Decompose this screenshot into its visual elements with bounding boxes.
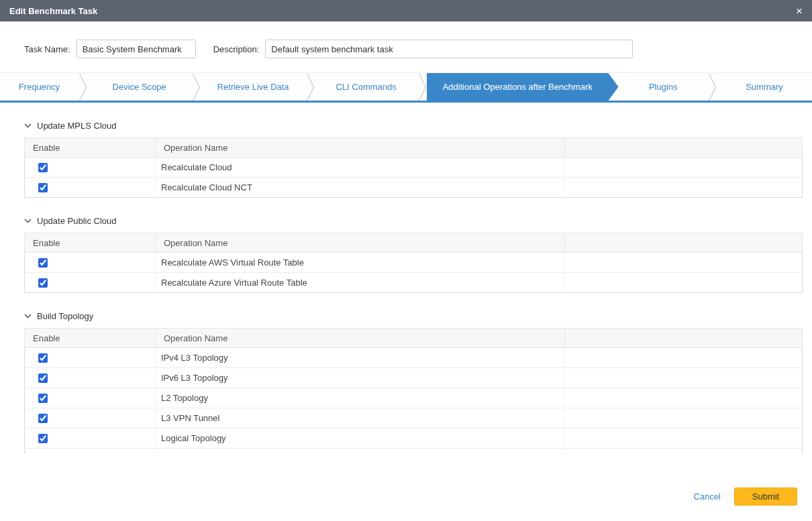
- tab-frequency[interactable]: Frequency: [0, 73, 79, 101]
- operation-name: Recalculate Cloud: [156, 158, 565, 178]
- column-header: Enable: [25, 138, 156, 158]
- enable-cell: [25, 178, 156, 198]
- column-header: Enable: [25, 329, 156, 348]
- operation-name: Recalculate Azure Virtual Route Table: [156, 273, 565, 293]
- tab-label: Device Scope: [113, 82, 166, 92]
- table-row: Recalculate Cloud: [25, 158, 803, 178]
- enable-cell: [25, 158, 156, 178]
- column-header: Operation Name: [156, 329, 565, 348]
- tab-label: CLI Commands: [336, 82, 396, 92]
- task-name-label: Task Name:: [24, 44, 70, 54]
- enable-checkbox[interactable]: [38, 163, 48, 172]
- section-header[interactable]: Build Topology: [24, 309, 803, 323]
- tab-retrieve-live-data[interactable]: Retrieve Live Data: [201, 73, 306, 101]
- section-title: Update MPLS Cloud: [37, 121, 117, 131]
- column-header: Operation Name: [156, 138, 565, 158]
- dialog-footer: Cancel Submit: [0, 454, 812, 521]
- tab-label: Retrieve Live Data: [217, 82, 289, 92]
- empty-cell: [565, 348, 803, 368]
- description-input[interactable]: [265, 40, 633, 58]
- section-title: Update Public Cloud: [37, 216, 117, 226]
- submit-button[interactable]: Submit: [734, 487, 797, 506]
- column-header: [565, 329, 803, 348]
- enable-cell: [25, 388, 156, 408]
- table-row: Logical Topology: [25, 428, 803, 449]
- task-form-row: Task Name: Description:: [0, 21, 812, 72]
- table-row: IPv6 L3 Topology: [25, 368, 803, 388]
- operations-table: EnableOperation NameIPv4 L3 TopologyIPv6…: [24, 328, 803, 454]
- tab-summary[interactable]: Summary: [717, 73, 812, 101]
- enable-checkbox[interactable]: [38, 373, 48, 383]
- operations-table: EnableOperation NameRecalculate AWS Virt…: [24, 233, 803, 293]
- empty-cell: [565, 158, 803, 178]
- empty-cell: [565, 408, 803, 428]
- column-header: Operation Name: [156, 233, 565, 253]
- tab-additional-operations-after-benchmark[interactable]: Additional Operations after Benchmark: [427, 73, 619, 101]
- chevron-down-icon: [24, 123, 32, 128]
- section-title: Build Topology: [37, 311, 93, 321]
- tab-label: Summary: [746, 82, 783, 92]
- tab-label: Plugins: [649, 82, 678, 92]
- table-row: L2 Overlay Topology: [25, 449, 803, 455]
- enable-cell: [25, 449, 156, 455]
- section-build-topology: Build TopologyEnableOperation NameIPv4 L…: [24, 309, 803, 454]
- empty-cell: [565, 178, 803, 198]
- table-row: IPv4 L3 Topology: [25, 348, 803, 368]
- tab-label: Additional Operations after Benchmark: [442, 82, 592, 92]
- operation-name: L2 Overlay Topology: [156, 449, 565, 455]
- operation-name: L2 Topology: [156, 388, 565, 408]
- enable-checkbox[interactable]: [38, 434, 48, 443]
- wizard-step-bar: FrequencyDevice ScopeRetrieve Live DataC…: [0, 72, 812, 103]
- empty-cell: [565, 428, 803, 449]
- empty-cell: [565, 449, 803, 455]
- table-row: L2 Topology: [25, 388, 803, 408]
- task-name-input[interactable]: [77, 40, 196, 58]
- column-header: [565, 138, 803, 158]
- enable-checkbox[interactable]: [38, 278, 48, 288]
- operation-name: Recalculate Cloud NCT: [156, 178, 565, 198]
- operation-name: IPv4 L3 Topology: [156, 348, 565, 368]
- tab-plugins[interactable]: Plugins: [619, 73, 709, 101]
- enable-cell: [25, 253, 156, 273]
- enable-checkbox[interactable]: [38, 414, 48, 423]
- column-header: [565, 233, 803, 253]
- cancel-button[interactable]: Cancel: [694, 487, 721, 506]
- tab-cli-commands[interactable]: CLI Commands: [315, 73, 418, 101]
- table-row: Recalculate Azure Virtual Route Table: [25, 273, 803, 293]
- enable-checkbox[interactable]: [38, 258, 48, 268]
- table-header-row: EnableOperation Name: [25, 329, 803, 348]
- tab-device-scope[interactable]: Device Scope: [87, 73, 192, 101]
- step-separator-icon: [418, 73, 427, 101]
- table-header-row: EnableOperation Name: [25, 138, 803, 158]
- enable-checkbox[interactable]: [38, 183, 48, 192]
- operations-table: EnableOperation NameRecalculate CloudRec…: [24, 137, 803, 198]
- section-header[interactable]: Update MPLS Cloud: [24, 119, 803, 132]
- table-header-row: EnableOperation Name: [25, 233, 803, 253]
- table-row: Recalculate AWS Virtual Route Table: [25, 253, 803, 273]
- enable-cell: [25, 368, 156, 388]
- empty-cell: [565, 273, 803, 293]
- enable-cell: [25, 348, 156, 368]
- operation-name: L3 VPN Tunnel: [156, 408, 565, 428]
- close-icon[interactable]: ×: [796, 5, 803, 17]
- empty-cell: [565, 368, 803, 388]
- operation-name: Recalculate AWS Virtual Route Table: [156, 253, 565, 273]
- step-separator-icon: [708, 73, 717, 101]
- enable-checkbox[interactable]: [38, 353, 48, 363]
- table-row: Recalculate Cloud NCT: [25, 178, 803, 198]
- table-row: L3 VPN Tunnel: [25, 408, 803, 428]
- step-separator-icon: [192, 73, 201, 101]
- empty-cell: [565, 388, 803, 408]
- enable-cell: [25, 428, 156, 449]
- tab-label: Frequency: [19, 82, 60, 92]
- chevron-down-icon: [24, 314, 32, 319]
- enable-checkbox[interactable]: [38, 394, 48, 403]
- step-separator-icon: [306, 73, 315, 101]
- operations-scroll-area[interactable]: Update MPLS CloudEnableOperation NameRec…: [0, 103, 812, 454]
- section-header[interactable]: Update Public Cloud: [24, 214, 803, 227]
- enable-cell: [25, 408, 156, 428]
- step-separator-icon: [79, 73, 87, 101]
- dialog-title: Edit Benchmark Task: [9, 6, 97, 16]
- operation-name: Logical Topology: [156, 428, 565, 449]
- column-header: Enable: [25, 233, 156, 253]
